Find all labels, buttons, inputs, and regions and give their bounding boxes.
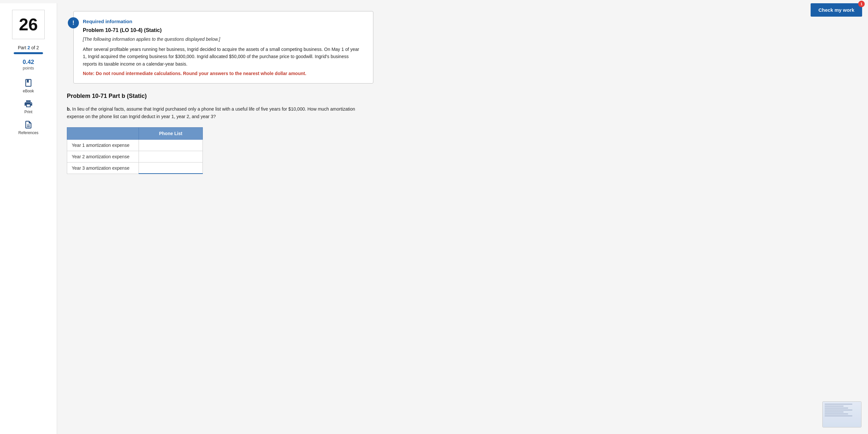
year1-amortization-input[interactable] — [140, 141, 202, 150]
thumb-line-1 — [825, 404, 852, 405]
main-content: ! Required information Problem 10-71 (LO… — [57, 3, 383, 434]
note-text: Note: Do not round intermediate calculat… — [83, 71, 364, 76]
thumb-line-4 — [825, 409, 852, 410]
part-b-prefix: b. — [67, 106, 71, 112]
print-icon — [24, 99, 33, 108]
ebook-button[interactable]: eBook — [23, 78, 34, 93]
info-icon: ! — [68, 17, 79, 28]
row-2-label: Year 2 amortization expense — [67, 151, 139, 162]
thumb-line-6 — [825, 413, 848, 414]
part-text-rest: of 2 — [30, 45, 39, 50]
row-3-label: Year 3 amortization expense — [67, 162, 139, 174]
part-b-question: b. In lieu of the original facts, assume… — [67, 106, 373, 120]
references-button[interactable]: References — [18, 120, 38, 135]
row-3-input-cell — [139, 162, 203, 174]
points-value: 0.42 — [23, 59, 34, 66]
thumb-line-5 — [825, 411, 843, 412]
required-info-label: Required information — [83, 19, 364, 24]
references-label: References — [18, 131, 38, 135]
problem-title: Problem 10-71 (LO 10-4) (Static) — [83, 27, 364, 33]
part-indicator: Part 2 of 2 — [18, 45, 39, 50]
thumb-line-3 — [825, 408, 848, 409]
amortization-table: Phone List Year 1 amortization expense Y… — [67, 127, 203, 174]
print-button[interactable]: Print — [24, 99, 33, 114]
thumb-line-7 — [825, 415, 852, 416]
table-row: Year 2 amortization expense — [67, 151, 203, 162]
check-my-work-button[interactable]: Check my work 1 — [811, 3, 862, 17]
info-italic: [The following information applies to th… — [83, 36, 364, 42]
notification-badge: 1 — [858, 1, 865, 7]
question-number-box: 26 — [12, 10, 45, 39]
phone-list-header: Phone List — [139, 127, 203, 139]
row-2-input-cell — [139, 151, 203, 162]
points-label: points — [23, 66, 34, 70]
top-bar: Check my work 1 — [805, 0, 868, 20]
page-layout: 26 Part 2 of 2 0.42 points eBook — [0, 0, 868, 434]
thumbnail-preview — [823, 401, 862, 428]
references-icon — [24, 120, 33, 129]
part-b-title: Problem 10-71 Part b (Static) — [67, 93, 373, 99]
sidebar-icons: eBook Print References — [0, 78, 57, 135]
table-row: Year 1 amortization expense — [67, 139, 203, 151]
progress-bar — [14, 52, 43, 54]
info-main-text: After several profitable years running h… — [83, 46, 364, 67]
left-panel: 26 Part 2 of 2 0.42 points eBook — [0, 3, 57, 434]
row-1-label: Year 1 amortization expense — [67, 139, 139, 151]
question-number: 26 — [19, 15, 38, 34]
ebook-label: eBook — [23, 89, 34, 93]
ebook-icon — [24, 78, 33, 87]
thumbnail-inner — [823, 402, 861, 427]
print-label: Print — [25, 110, 33, 114]
progress-bar-fill — [14, 52, 43, 54]
row-1-input-cell — [139, 139, 203, 151]
table-row: Year 3 amortization expense — [67, 162, 203, 174]
year2-amortization-input[interactable] — [140, 152, 202, 161]
check-button-label: Check my work — [818, 7, 854, 13]
part-number-bold: 2 — [27, 45, 30, 50]
info-box: ! Required information Problem 10-71 (LO… — [73, 11, 373, 84]
thumb-line-2 — [825, 406, 843, 407]
year3-amortization-input[interactable] — [140, 164, 202, 173]
part-b-question-text: In lieu of the original facts, assume th… — [67, 106, 355, 119]
part-b-section: Problem 10-71 Part b (Static) b. In lieu… — [67, 93, 373, 174]
points-section: 0.42 points — [23, 59, 34, 70]
table-header-empty — [67, 127, 139, 139]
